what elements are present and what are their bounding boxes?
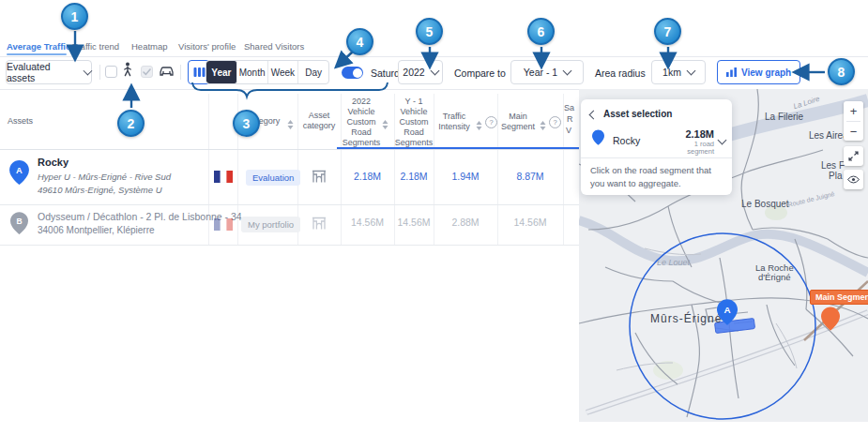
pedestrian-checkbox[interactable]	[105, 66, 117, 78]
callout-arrow-4	[341, 52, 353, 63]
col-header-asset-category: Asset category	[297, 111, 341, 131]
active-tab-underline	[7, 53, 67, 55]
pedestrian-icon	[122, 62, 133, 81]
panel-divider	[581, 157, 732, 158]
year-dropdown[interactable]: 2022	[398, 60, 443, 84]
eye-icon	[847, 175, 860, 184]
clipped-column-fragment: R	[567, 114, 573, 124]
period-month[interactable]: Month	[237, 61, 268, 83]
callout-6: 6	[527, 18, 555, 45]
sort-icon[interactable]	[287, 116, 294, 133]
period-week[interactable]: Week	[268, 61, 299, 83]
period-day[interactable]: Day	[298, 61, 328, 83]
compare-to-label: Compare to	[454, 67, 506, 79]
chart-icon	[726, 67, 737, 77]
value-vehicle-y1: 2.18M	[394, 171, 434, 182]
value-vehicle-2022: 2.18M	[341, 171, 394, 182]
period-segmented-control: Year Month Week Day	[206, 60, 329, 84]
layers-visibility-button[interactable]	[844, 170, 863, 189]
compare-dropdown[interactable]: Year - 1	[510, 60, 584, 84]
map-label-clipped: Les F	[821, 160, 845, 171]
tab-average-traffic[interactable]: Average Traffic	[7, 41, 70, 52]
header-bottom-border	[0, 149, 579, 150]
check-icon	[143, 68, 151, 76]
panel-title: Asset selection	[603, 109, 672, 119]
panel-value-subtitle: 1 roadsegment	[671, 141, 714, 156]
sort-icon[interactable]	[382, 116, 388, 133]
panel-instruction: Click on the road segment that you want …	[590, 164, 723, 190]
value-main-segment: 14.56M	[497, 217, 563, 228]
main-segment-pin[interactable]	[821, 307, 840, 335]
row-divider	[0, 204, 579, 205]
map-pin-b-icon: B	[10, 212, 28, 238]
chevron-down-icon[interactable]	[718, 136, 727, 145]
help-icon[interactable]: ?	[485, 116, 497, 128]
tab-shared-visitors[interactable]: Shared Visitors	[244, 41, 304, 52]
asset-subtitle: 49610 Mûrs-Erigné, Système U	[38, 185, 162, 195]
status-badge: Evaluation	[246, 170, 300, 186]
back-chevron-icon[interactable]	[589, 111, 599, 120]
sort-icon[interactable]	[476, 117, 482, 134]
callout-4: 4	[346, 28, 373, 55]
traffic-dashboard: Average Traffic Traffic trend Heatmap Vi…	[0, 0, 868, 434]
evaluated-assets-dropdown[interactable]: Evaluated assets	[6, 60, 92, 84]
help-icon[interactable]: ?	[549, 116, 561, 128]
view-graph-button[interactable]: View graph	[717, 60, 800, 84]
svg-text:A: A	[16, 166, 23, 175]
zoom-in-button[interactable]: +	[850, 101, 858, 121]
asset-subtitle: 34006 Montpellier, Klépierre	[38, 225, 155, 235]
map-pin-a-icon: A	[9, 160, 29, 188]
period-year[interactable]: Year	[206, 61, 237, 83]
panel-asset-name: Rocky	[613, 135, 640, 146]
saturday-ratio-toggle[interactable]	[342, 67, 363, 79]
svg-text:B: B	[16, 217, 22, 226]
main-segment-label: Main Segment	[810, 290, 868, 305]
value-traffic-intensity: 1.94M	[434, 171, 497, 182]
panel-value: 2.18M	[671, 128, 714, 140]
map-label-le-bosquet: Le Bosquet	[741, 199, 789, 209]
value-vehicle-y1: 14.56M	[394, 217, 434, 228]
col-header-main-segment[interactable]: MainSegment	[497, 112, 539, 132]
callout-2: 2	[117, 110, 145, 137]
tab-traffic-trend[interactable]: Traffic trend	[72, 41, 119, 52]
tab-heatmap[interactable]: Heatmap	[131, 41, 168, 52]
callout-5: 5	[416, 18, 443, 45]
fullscreen-button[interactable]	[844, 146, 863, 166]
france-flag-icon	[214, 170, 233, 187]
callout-1: 1	[61, 3, 88, 30]
sort-icon[interactable]	[540, 117, 546, 134]
callout-7: 7	[654, 18, 681, 45]
asset-name: Rocky	[38, 157, 69, 168]
area-radius-dropdown[interactable]: 1km	[651, 60, 706, 84]
tab-visitors-profile[interactable]: Visitors' profile	[178, 41, 236, 52]
map-label-la-roche: d'Érigné	[758, 272, 791, 282]
tabs-divider	[0, 56, 868, 57]
road-segments-icon	[193, 67, 206, 78]
toggle-knob	[353, 68, 362, 78]
map-label-clipped: Pla	[829, 171, 842, 181]
expand-icon	[848, 151, 859, 161]
chevron-down-icon	[430, 66, 439, 75]
map-label-le-louet: Le Louet	[657, 258, 690, 267]
value-vehicle-2022: 14.56M	[341, 217, 394, 228]
asset-category-building-icon	[311, 216, 327, 234]
value-main-segment: 8.87M	[497, 171, 563, 182]
zoom-out-button[interactable]: −	[850, 122, 858, 141]
selected-columns-underline	[337, 147, 579, 149]
table-bottom-border	[0, 245, 579, 246]
car-checkbox[interactable]	[141, 66, 153, 78]
clipped-column-fragment: Sa	[564, 103, 574, 112]
compare-value: Year - 1	[524, 67, 557, 78]
map-pin-icon	[592, 129, 604, 149]
asset-selection-panel: Asset selection Rocky 2.18M 1 roadsegmen…	[581, 99, 732, 195]
evaluated-assets-label: Evaluated assets	[7, 61, 78, 83]
map-label-murs-erigne: Mûrs-Érigné	[650, 312, 722, 325]
asset-category-building-icon	[311, 169, 327, 187]
col-header-y1-vehicle[interactable]: Y - 1VehicleCustomRoadSegments	[394, 97, 434, 148]
callout-3: 3	[233, 110, 260, 137]
value-traffic-intensity: 2.88M	[434, 217, 497, 228]
asset-location-pin[interactable]: A	[717, 299, 738, 329]
col-header-2022-vehicle[interactable]: 2022VehicleCustomRoadSegments	[341, 97, 382, 148]
col-header-traffic-intensity[interactable]: TrafficIntensity	[434, 112, 475, 132]
col-header-assets[interactable]: Assets	[8, 116, 33, 127]
